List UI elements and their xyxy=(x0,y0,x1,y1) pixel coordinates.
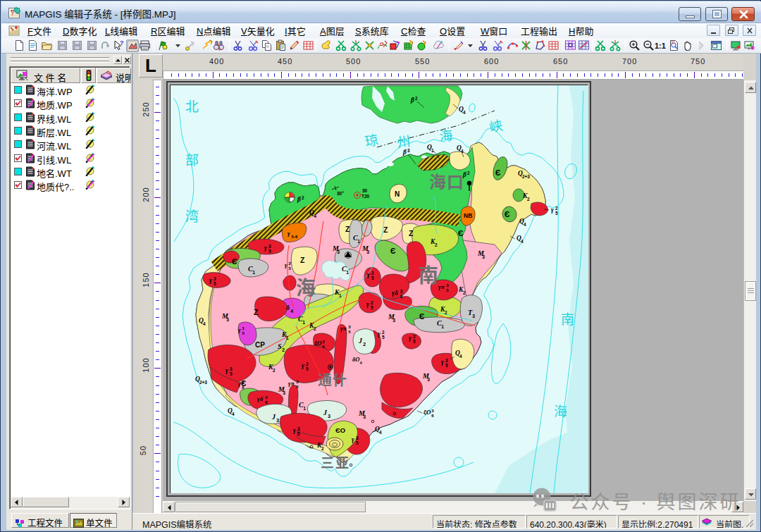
svg-text:1: 1 xyxy=(252,270,255,275)
svg-text:γ: γ xyxy=(293,427,296,434)
svg-text:1: 1 xyxy=(302,320,305,325)
svg-text:γπ: γπ xyxy=(340,325,347,332)
svg-text:?: ? xyxy=(120,39,124,47)
svg-text:Є: Є xyxy=(232,257,237,266)
svg-text:5: 5 xyxy=(242,330,245,335)
svg-text:J: J xyxy=(358,337,363,345)
svg-text:5: 5 xyxy=(445,363,448,368)
svg-text:2: 2 xyxy=(363,342,366,347)
svg-text:γ: γ xyxy=(225,367,228,374)
svg-text:N: N xyxy=(395,190,400,198)
svg-text:γδ: γδ xyxy=(392,290,398,297)
svg-text:1: 1 xyxy=(441,324,444,329)
svg-text:γ: γ xyxy=(551,206,554,214)
svg-text:5-6: 5-6 xyxy=(292,234,298,239)
svg-text:3: 3 xyxy=(392,318,395,323)
svg-text:5: 5 xyxy=(230,371,233,376)
svg-text:4: 4 xyxy=(459,354,462,359)
svg-text:海口: 海口 xyxy=(429,168,464,193)
svg-text:2: 2 xyxy=(435,242,438,247)
svg-text:Z: Z xyxy=(345,225,350,233)
svg-text:Є: Є xyxy=(458,229,464,237)
svg-text:3: 3 xyxy=(242,381,244,385)
svg-text:3: 3 xyxy=(366,249,369,254)
svg-text:1: 1 xyxy=(346,270,349,275)
svg-text:3: 3 xyxy=(283,390,285,395)
svg-text:3: 3 xyxy=(427,377,430,382)
svg-text:Z: Z xyxy=(409,229,414,237)
svg-text:2+3: 2+3 xyxy=(522,174,530,179)
svg-text:1: 1 xyxy=(339,293,342,298)
svg-text:1: 1 xyxy=(431,148,434,153)
svg-text:5: 5 xyxy=(268,249,271,254)
svg-text:T20: T20 xyxy=(361,194,370,199)
svg-text:5: 5 xyxy=(348,329,351,334)
svg-text:3: 3 xyxy=(328,414,330,419)
svg-text:部: 部 xyxy=(185,149,199,168)
svg-text:30°: 30° xyxy=(337,191,344,196)
svg-text:4: 4 xyxy=(203,321,206,326)
svg-text:2: 2 xyxy=(445,310,447,315)
svg-text:湾: 湾 xyxy=(185,206,199,225)
svg-text:5: 5 xyxy=(382,335,385,340)
svg-text:CP: CP xyxy=(255,341,265,349)
svg-text:2: 2 xyxy=(321,446,324,451)
svg-text:4: 4 xyxy=(521,239,524,244)
svg-text:γ: γ xyxy=(409,335,412,342)
svg-text:γπ: γπ xyxy=(288,380,295,387)
svg-text:2: 2 xyxy=(314,326,316,331)
svg-text:β: β xyxy=(410,97,414,104)
svg-text:5: 5 xyxy=(297,431,300,436)
svg-text:5: 5 xyxy=(371,276,374,280)
svg-text:4: 4 xyxy=(379,430,382,435)
svg-text:海: 海 xyxy=(554,401,567,420)
svg-text:南: 南 xyxy=(561,309,574,328)
svg-text:γπ: γπ xyxy=(438,283,445,290)
svg-text:南: 南 xyxy=(419,260,438,288)
svg-text:5: 5 xyxy=(555,211,558,216)
svg-text:δ: δ xyxy=(286,304,290,311)
svg-text:γ: γ xyxy=(238,381,241,388)
svg-text:2: 2 xyxy=(282,347,285,352)
svg-text:海: 海 xyxy=(296,273,316,301)
svg-text:通什: 通什 xyxy=(318,369,347,390)
svg-text:2: 2 xyxy=(527,197,530,202)
svg-text:5: 5 xyxy=(446,287,449,292)
svg-text:γ: γ xyxy=(367,271,370,278)
svg-text:Z: Z xyxy=(300,256,305,264)
svg-text:Є: Є xyxy=(495,168,501,177)
svg-text:4: 4 xyxy=(232,412,235,416)
svg-text:三亚: 三亚 xyxy=(321,452,350,471)
svg-text:北: 北 xyxy=(185,96,199,115)
svg-text:β: β xyxy=(297,196,301,203)
svg-text:6: 6 xyxy=(322,344,325,349)
svg-text:3: 3 xyxy=(363,414,366,419)
svg-text:2: 2 xyxy=(415,96,418,101)
svg-text:4: 4 xyxy=(524,222,526,227)
svg-text:ξO: ξO xyxy=(423,409,431,416)
svg-text:30: 30 xyxy=(362,188,368,193)
svg-text:30: 30 xyxy=(671,40,675,44)
svg-text:5: 5 xyxy=(289,266,292,271)
svg-text:2: 2 xyxy=(273,368,276,373)
svg-text:5: 5 xyxy=(413,339,416,344)
svg-text:5: 5 xyxy=(214,281,216,286)
svg-text:ЄO: ЄO xyxy=(335,426,345,434)
svg-text:1: 1 xyxy=(357,239,360,244)
svg-text:6: 6 xyxy=(431,413,434,418)
svg-text:5: 5 xyxy=(296,384,299,389)
svg-text:γ: γ xyxy=(352,436,354,443)
svg-text:州: 州 xyxy=(396,130,412,151)
svg-text:γ: γ xyxy=(441,359,444,366)
svg-text:5: 5 xyxy=(306,366,309,371)
svg-text:γ: γ xyxy=(287,230,290,237)
svg-text:γ: γ xyxy=(285,261,287,268)
svg-text:γ: γ xyxy=(366,301,369,308)
svg-text:γ: γ xyxy=(264,245,267,252)
svg-text:1: 1 xyxy=(286,335,289,340)
svg-text:Є: Є xyxy=(419,312,425,321)
svg-text:J: J xyxy=(323,409,328,416)
svg-text:3: 3 xyxy=(472,314,475,318)
svg-text:1:1: 1:1 xyxy=(655,42,666,50)
svg-text:3: 3 xyxy=(226,317,229,322)
